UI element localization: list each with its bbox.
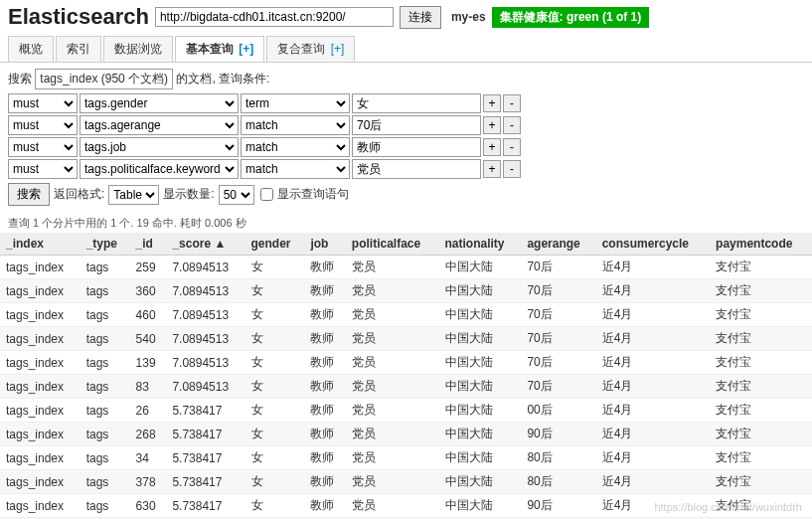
table-row[interactable]: tags_indextags1397.0894513女教师党员中国大陆70后近4… [0,351,812,375]
match-select[interactable]: match [241,137,350,157]
bool-select[interactable]: must [8,93,78,113]
search-button[interactable]: 搜索 [8,183,50,206]
field-select[interactable]: tags.agerange [80,115,239,135]
size-select[interactable]: 50 [219,185,254,205]
remove-criteria-button[interactable]: - [503,160,521,178]
add-criteria-button[interactable]: + [483,94,501,112]
cond-label: 查询条件: [219,72,269,86]
value-input[interactable] [352,93,481,113]
table-cell: 支付宝 [710,375,812,399]
column-header[interactable]: _id [130,233,167,256]
table-cell: 5.738417 [166,494,244,518]
table-row[interactable]: tags_indextags3785.738417女教师党员中国大陆80后近4月… [0,470,812,494]
tab-基本查询[interactable]: 基本查询 [+] [175,36,264,62]
table-cell: 中国大陆 [439,327,522,351]
table-row[interactable]: tags_indextags837.0894513女教师党员中国大陆70后近4月… [0,375,812,399]
table-cell: 教师 [304,256,345,279]
column-header[interactable]: consumercycle [596,233,710,256]
table-cell: tags [81,279,130,303]
column-header[interactable]: gender [245,233,305,256]
tab-数据浏览[interactable]: 数据浏览 [103,36,173,62]
table-row[interactable]: tags_indextags345.738417女教师党员中国大陆80后近4月支… [0,446,812,470]
table-row[interactable]: tags_indextags2685.738417女教师党员中国大陆90后近4月… [0,423,812,446]
remove-criteria-button[interactable]: - [503,138,521,156]
column-header[interactable]: politicalface [346,233,439,256]
table-cell: tags [81,303,130,327]
column-header[interactable]: job [304,233,345,256]
table-cell: tags_index [0,375,81,399]
controls-row: 搜索 返回格式: Table 显示数量: 50 显示查询语句 [8,183,804,206]
table-cell: 90后 [521,423,595,446]
table-cell: 中国大陆 [439,423,522,446]
tab-plus-icon[interactable]: [+] [236,42,253,56]
column-header[interactable]: _score ▲ [166,233,244,256]
table-cell: 70后 [521,279,595,303]
match-select[interactable]: match [241,115,350,135]
table-cell: tags_index [0,470,81,494]
value-input[interactable] [352,159,481,179]
table-cell: tags_index [0,351,81,375]
table-cell: 近4月 [596,446,710,470]
column-header[interactable]: paymentcode [710,233,812,256]
field-select[interactable]: tags.job [80,137,239,157]
table-cell: 中国大陆 [439,279,522,303]
bool-select[interactable]: must [8,159,78,179]
table-row[interactable]: tags_indextags3607.0894513女教师党员中国大陆70后近4… [0,279,812,303]
remove-criteria-button[interactable]: - [503,94,521,112]
url-input[interactable] [155,7,394,27]
table-cell: 近4月 [596,423,710,446]
table-cell: 5.738417 [166,446,244,470]
table-cell: 70后 [521,303,595,327]
tab-plus-icon[interactable]: [+] [327,42,344,56]
table-row[interactable]: tags_indextags6305.738417女教师党员中国大陆90后近4月… [0,494,812,518]
column-header[interactable]: _index [0,233,81,256]
table-cell: 中国大陆 [439,470,522,494]
field-select[interactable]: tags.gender [80,93,239,113]
remove-criteria-button[interactable]: - [503,116,521,134]
table-cell: 党员 [346,375,439,399]
field-select[interactable]: tags.politicalface.keyword [80,159,239,179]
bool-select[interactable]: must [8,137,78,157]
table-cell: 5.738417 [166,470,244,494]
show-query-checkbox[interactable] [260,188,273,201]
search-label: 搜索 [8,72,32,86]
table-cell: 教师 [304,423,345,446]
connect-button[interactable]: 连接 [400,6,441,29]
table-row[interactable]: tags_indextags2597.0894513女教师党员中国大陆70后近4… [0,256,812,279]
table-cell: tags_index [0,256,81,279]
table-row[interactable]: tags_indextags5407.0894513女教师党员中国大陆70后近4… [0,327,812,351]
table-cell: 中国大陆 [439,399,522,423]
table-row[interactable]: tags_indextags4607.0894513女教师党员中国大陆70后近4… [0,303,812,327]
table-cell: 教师 [304,470,345,494]
add-criteria-button[interactable]: + [483,138,501,156]
match-select[interactable]: term [241,93,350,113]
table-cell: 139 [130,351,167,375]
table-cell: 女 [245,351,305,375]
value-input[interactable] [352,115,481,135]
table-cell: 83 [130,375,167,399]
table-cell: 女 [245,470,305,494]
table-cell: 教师 [304,327,345,351]
tab-索引[interactable]: 索引 [56,36,101,62]
add-criteria-button[interactable]: + [483,116,501,134]
tab-复合查询[interactable]: 复合查询 [+] [266,36,355,62]
table-cell: 70后 [521,327,595,351]
tab-概览[interactable]: 概览 [8,36,54,62]
column-header[interactable]: agerange [521,233,595,256]
match-select[interactable]: match [241,159,350,179]
add-criteria-button[interactable]: + [483,160,501,178]
results-table: _index_type_id_score ▲genderjobpolitical… [0,233,812,519]
table-cell: 80后 [521,470,595,494]
criteria-row: musttags.agerangematch+- [8,115,804,135]
table-cell: 党员 [346,351,439,375]
bool-select[interactable]: must [8,115,78,135]
table-cell: 70后 [521,256,595,279]
table-cell: tags [81,423,130,446]
table-cell: 90后 [521,494,595,518]
column-header[interactable]: nationality [439,233,522,256]
table-row[interactable]: tags_indextags265.738417女教师党员中国大陆00后近4月支… [0,399,812,423]
format-select[interactable]: Table [108,185,159,205]
index-selector[interactable]: tags_index (950 个文档) [35,69,173,89]
value-input[interactable] [352,137,481,157]
column-header[interactable]: _type [81,233,130,256]
